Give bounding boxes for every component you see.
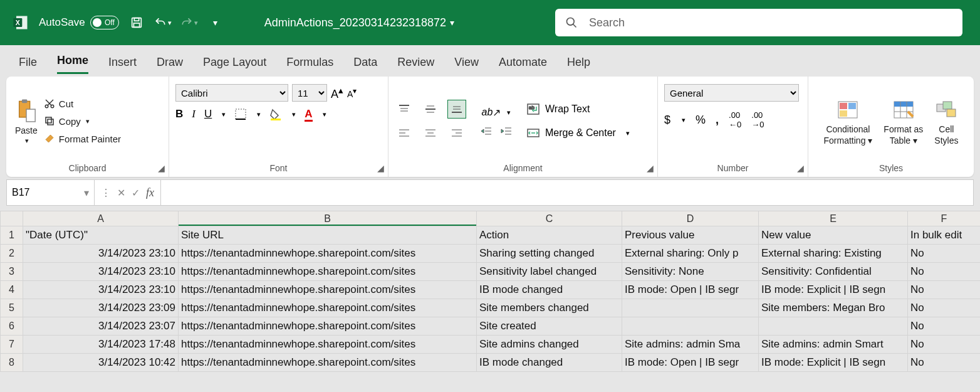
tab-home[interactable]: Home <box>57 54 88 74</box>
col-header-e[interactable]: E <box>759 211 908 226</box>
cell[interactable]: IB mode: Explicit | IB segn <box>759 281 908 299</box>
spreadsheet-grid[interactable]: A B C D E F 1"Date (UTC)"Site URLActionP… <box>0 211 980 372</box>
cell[interactable]: 3/14/2023 23:10 <box>23 281 179 299</box>
cell[interactable]: Site admins: admin Sma <box>622 336 759 354</box>
autosave-toggle[interactable]: AutoSave Off <box>39 16 119 29</box>
row-header[interactable]: 4 <box>1 281 23 299</box>
cell[interactable]: New value <box>759 226 908 245</box>
cell[interactable]: IB mode changed <box>477 354 622 372</box>
tab-review[interactable]: Review <box>397 56 434 74</box>
cell[interactable]: No <box>908 336 981 354</box>
fill-color-button[interactable] <box>269 108 282 120</box>
cell[interactable]: 3/14/2023 23:09 <box>23 299 179 317</box>
align-top-button[interactable] <box>395 100 414 119</box>
cell[interactable]: 3/14/2023 23:10 <box>23 245 179 263</box>
cell[interactable]: No <box>908 281 981 299</box>
cell[interactable]: https://tenantadminnewhope.sharepoint.co… <box>179 354 477 372</box>
increase-decimal-button[interactable]: .00←0 <box>729 110 741 129</box>
format-painter-button[interactable]: Format Painter <box>44 133 121 144</box>
font-size-select[interactable]: 11 <box>292 84 327 102</box>
cell[interactable]: Sharing setting changed <box>477 245 622 263</box>
conditional-formatting-button[interactable]: ConditionalFormatting ▾ <box>821 97 875 146</box>
cell[interactable]: Site admins: admin Smart <box>759 336 908 354</box>
cell[interactable] <box>622 317 759 336</box>
cell[interactable]: IB mode: Explicit | IB segn <box>759 354 908 372</box>
cell[interactable]: https://tenantadminnewhope.sharepoint.co… <box>179 336 477 354</box>
accounting-button[interactable]: $ <box>664 114 670 127</box>
cell[interactable] <box>622 299 759 317</box>
workbook-name[interactable]: AdminActions_20230314232318872 ▾ <box>264 16 454 29</box>
cell[interactable]: 3/14/2023 10:42 <box>23 354 179 372</box>
row-header[interactable]: 7 <box>1 336 23 354</box>
cell[interactable]: https://tenantadminnewhope.sharepoint.co… <box>179 299 477 317</box>
tab-automate[interactable]: Automate <box>499 56 547 74</box>
select-all-button[interactable] <box>1 211 23 226</box>
orientation-button[interactable]: ab↗ <box>482 107 501 119</box>
cell[interactable]: No <box>908 299 981 317</box>
bold-button[interactable]: B <box>175 108 183 120</box>
name-box[interactable]: B17 ▾ <box>7 180 95 205</box>
col-header-b[interactable]: B <box>179 211 477 226</box>
cell-styles-button[interactable]: CellStyles <box>932 97 961 146</box>
row-header[interactable]: 8 <box>1 354 23 372</box>
cell[interactable]: Site members: Megan Bro <box>759 299 908 317</box>
more-icon[interactable]: ⋮ <box>101 187 111 199</box>
customize-qat-button[interactable]: ▾ <box>207 14 224 31</box>
font-launcher[interactable]: ◢ <box>377 163 384 173</box>
cell[interactable]: 3/14/2023 23:10 <box>23 263 179 281</box>
tab-draw[interactable]: Draw <box>157 56 183 74</box>
toggle-switch[interactable]: Off <box>90 16 119 29</box>
save-button[interactable] <box>128 14 145 31</box>
fx-icon[interactable]: fx <box>146 186 154 199</box>
tab-insert[interactable]: Insert <box>108 56 137 74</box>
col-header-f[interactable]: F <box>908 211 981 226</box>
row-header[interactable]: 5 <box>1 299 23 317</box>
align-bottom-button[interactable] <box>447 100 466 119</box>
row-header[interactable]: 6 <box>1 317 23 336</box>
cell[interactable]: 3/14/2023 23:07 <box>23 317 179 336</box>
align-center-button[interactable] <box>421 124 440 142</box>
underline-button[interactable]: U <box>204 108 212 120</box>
align-left-button[interactable] <box>395 124 414 142</box>
tab-help[interactable]: Help <box>567 56 590 74</box>
tab-page-layout[interactable]: Page Layout <box>203 56 266 74</box>
cell[interactable]: IB mode: Open | IB segr <box>622 354 759 372</box>
cell[interactable]: Previous value <box>622 226 759 245</box>
cell[interactable]: Site URL <box>179 226 477 245</box>
cell[interactable]: Sensitivity label changed <box>477 263 622 281</box>
col-header-d[interactable]: D <box>622 211 759 226</box>
cell[interactable] <box>759 317 908 336</box>
decrease-decimal-button[interactable]: .00→0 <box>751 110 764 129</box>
cell[interactable]: No <box>908 354 981 372</box>
cell[interactable]: External sharing: Only p <box>622 245 759 263</box>
merge-center-button[interactable]: Merge & Center▾ <box>526 127 630 139</box>
search-box[interactable] <box>555 9 962 36</box>
paste-button[interactable]: Paste ▾ <box>13 98 40 145</box>
cell[interactable]: Sensitivity: Confidential <box>759 263 908 281</box>
cell[interactable]: https://tenantadminnewhope.sharepoint.co… <box>179 245 477 263</box>
cell[interactable]: Sensitivity: None <box>622 263 759 281</box>
cell[interactable]: In bulk edit <box>908 226 981 245</box>
cell[interactable]: "Date (UTC)" <box>23 226 179 245</box>
enter-icon[interactable]: ✓ <box>132 187 140 199</box>
number-format-select[interactable]: General <box>664 84 799 102</box>
cell[interactable]: No <box>908 263 981 281</box>
undo-button[interactable]: ▾ <box>154 14 172 31</box>
tab-view[interactable]: View <box>454 56 479 74</box>
decrease-font-icon[interactable]: A▾ <box>347 87 357 99</box>
font-name-select[interactable]: Calibri <box>175 84 288 102</box>
cell[interactable]: https://tenantadminnewhope.sharepoint.co… <box>179 317 477 336</box>
cell[interactable]: https://tenantadminnewhope.sharepoint.co… <box>179 263 477 281</box>
percent-button[interactable]: % <box>696 114 706 127</box>
cell[interactable]: https://tenantadminnewhope.sharepoint.co… <box>179 281 477 299</box>
format-as-table-button[interactable]: Format asTable ▾ <box>881 97 925 146</box>
cell[interactable]: External sharing: Existing <box>759 245 908 263</box>
italic-button[interactable]: I <box>192 108 195 120</box>
search-input[interactable] <box>589 16 952 29</box>
copy-button[interactable]: Copy▾ <box>44 115 121 127</box>
redo-button[interactable]: ▾ <box>180 14 198 31</box>
align-right-button[interactable] <box>447 124 466 142</box>
cell[interactable]: IB mode changed <box>477 281 622 299</box>
cell[interactable]: No <box>908 245 981 263</box>
decrease-indent-button[interactable] <box>480 126 493 136</box>
